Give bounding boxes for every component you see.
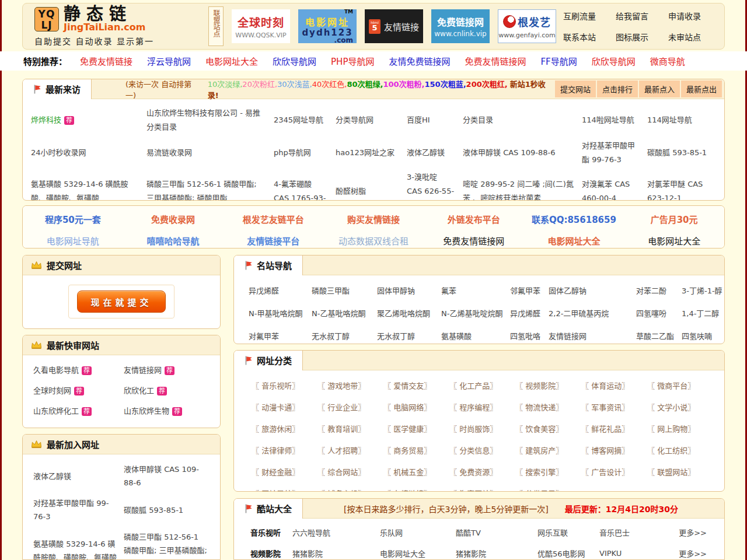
recommend-link[interactable]: 电影网址大全 [205,55,258,67]
category-link[interactable]: 〖 微商平台〗 [647,380,713,391]
site-link[interactable]: 四氢呋喃 [682,330,724,341]
site-link[interactable]: 对苯二酚 [636,285,682,296]
category-link[interactable]: 〖 教育培训〗 [317,423,383,434]
category-link[interactable]: 〖 免费资源〗 [449,466,515,477]
site-link[interactable]: 氨基磺酸 [441,330,510,341]
site-link[interactable]: 全球时刻网荐 [33,384,124,397]
recommend-link[interactable]: 浮云导航网 [147,55,191,67]
logo-block[interactable]: YQLJ 静态链 JingTaiLian.com 自助提交 自动收录 显示第一 [34,6,169,47]
site-link[interactable]: 氨基磺酸 5329-14-6 磺酰胺酸、磺酸胺、氨磺酸 [31,170,146,201]
site-link[interactable]: 磷酸三甲酯 512-56-1 磷酸甲酯; 三甲基磷酸酯; 磷酸甲酯 [146,170,274,201]
site-link[interactable]: 氨基磺酸 5329-14-6 磺酰胺酸、磺酸胺、氨磺酸 [33,537,124,560]
site-link[interactable]: 对羟基苯甲酸甲酯 99-76-3 [582,138,647,168]
submit-site-button[interactable]: 提交网站 [555,80,596,97]
ad-link[interactable]: 程序50元一套 [23,213,123,225]
site-link[interactable]: 六六啦导航 [292,527,380,538]
nav-link-traffic[interactable]: 互刷流量 [563,10,596,22]
cool-category-label[interactable]: 音乐视听 [250,527,292,538]
site-link[interactable]: 易流链收录网 [146,138,274,168]
nav-link-apply[interactable]: 申请收录 [668,10,701,22]
latest-out-button[interactable]: 最新点出 [681,80,722,97]
site-link[interactable]: 磷酸三甲酯 [312,285,377,296]
category-link[interactable]: 〖 文学小说〗 [647,401,713,412]
latest-in-button[interactable]: 最新点入 [639,80,680,97]
category-link[interactable]: 〖 视频影院〗 [515,380,581,391]
banner-youqing-link[interactable]: html5 友情链接 [365,9,423,43]
site-link[interactable]: 嘧啶 289-95-2 间二嗪 ;间(二)氮苯 、嘧啶核苷类抗菌素 [463,170,582,201]
category-link[interactable]: 〖 时尚服饰〗 [449,423,515,434]
site-link[interactable]: 液体甲醇镁 CAS 109-88-6 [463,138,582,168]
ad-link[interactable]: 嘻嘻哈哈导航 [123,235,224,247]
site-link[interactable]: 异戊烯醛 [249,285,312,296]
categories-tab[interactable]: 网址分类 [234,351,303,370]
site-link[interactable]: 114网址导航 [647,105,724,135]
site-link[interactable]: 固体乙醇钠 [549,285,636,296]
site-link[interactable]: 自动网站收录荐 [33,425,124,428]
recommend-link[interactable]: 友情免费链接网 [389,55,450,67]
category-link[interactable]: 〖 友情链接〗 [383,488,449,492]
site-link[interactable]: 24小时秒收录网 [31,138,146,168]
site-link[interactable]: 烨烨科技荐 [124,425,214,428]
category-link[interactable]: 〖 综合网站〗 [317,466,383,477]
site-link[interactable]: 液体乙醇镁 [407,138,463,168]
site-link[interactable]: 对羟基苯甲酸甲酯 99-76-3 [33,496,124,523]
site-link[interactable]: 碳酸胍 593-85-1 [647,138,724,168]
site-link[interactable]: 久看电影导航荐 [33,363,124,377]
site-link[interactable]: 3-丁烯-1-醇 [682,285,724,296]
ad-link[interactable]: 电影网址导航 [23,235,123,247]
category-link[interactable]: 〖 音乐视听〗 [252,380,317,391]
category-link[interactable]: 〖 域名主机〗 [317,488,383,492]
category-link[interactable]: 〖 网址导航〗 [252,488,317,492]
site-link[interactable]: 分类导航网 [336,105,407,135]
site-link[interactable]: 乐队网 [380,527,456,538]
site-link[interactable]: 音乐巴士 [599,527,678,538]
recommend-link[interactable]: 欣欣导航网 [273,55,316,67]
more-link[interactable]: 更多>> [678,527,724,538]
site-link[interactable]: 液体甲醇镁 CAS 109-88-6 [124,463,214,489]
category-link[interactable]: 〖 法律律师〗 [252,444,317,456]
recommend-link[interactable]: 免费友情链接网 [465,55,526,67]
category-link[interactable]: 〖 体育运动〗 [581,380,647,391]
banner-cnlink[interactable]: 免费链接网 www.cnlink.vip [431,9,490,43]
category-link[interactable]: 〖 淘客网站〗 [449,488,515,492]
site-link[interactable]: 3-溴吡啶 CAS 626-55-1 [407,170,463,201]
banner-qqsk[interactable]: 全球时刻 WWW.QQSK.VIP [232,9,290,43]
category-link[interactable]: 〖 电脑网络〗 [383,401,449,412]
category-link[interactable]: 〖 游戏地带〗 [317,380,383,391]
category-link[interactable]: 〖 广告设计〗 [581,466,647,477]
category-link[interactable]: 〖 机械五金〗 [383,466,449,477]
site-link[interactable]: 电影网址大全 [380,548,456,559]
site-link[interactable]: 磷酸三甲酯 512-56-1 磷酸甲酯; 三甲基磷酸酯; 磷酸甲酯 [124,530,214,560]
nav-link-pending[interactable]: 未审站点 [668,31,701,43]
ad-link[interactable]: 广告月30元 [624,213,724,225]
category-link[interactable]: 〖 博客网摘〗 [581,444,647,456]
site-link[interactable]: 山东欣烨化工荐 [33,404,124,418]
ad-link[interactable]: 免费收录网 [123,213,224,225]
category-link[interactable]: 〖 军事资讯〗 [581,401,647,412]
category-link[interactable]: 〖 商务贸易〗 [383,444,449,456]
ad-link[interactable]: 联系QQ:85618659 [524,213,624,225]
recommend-link[interactable]: FF导航网 [540,55,577,67]
site-link[interactable]: 1,4-丁二醇 [682,307,724,318]
ad-link[interactable]: 外链发布平台 [424,213,524,225]
famous-sites-tab[interactable]: 名站导航 [234,256,303,275]
category-link[interactable]: 〖 化工纺织〗 [647,444,713,456]
category-link[interactable]: 〖 分类信息〗 [449,444,515,456]
category-link[interactable]: 〖 人才招聘〗 [317,444,383,456]
recommend-link[interactable]: 微商导航 [650,55,685,67]
category-link[interactable]: 〖 爱情交友〗 [383,380,449,391]
site-link[interactable]: 友情链接网 [549,330,636,341]
click-rank-button[interactable]: 点击排行 [597,80,638,97]
category-link[interactable]: 〖 物流快递〗 [515,401,581,412]
site-link[interactable]: 优酷56电影网 [537,548,599,559]
site-link[interactable]: 4-氟苯硼酸 CAS 1765-93- [274,170,336,201]
submit-now-button[interactable]: 现在就提交 [77,290,166,313]
site-link[interactable]: 烨烨科技荐 [31,105,146,135]
site-link[interactable]: 2,2-二甲硫基丙烷 [549,307,636,318]
site-link[interactable]: 聚乙烯吡咯烷酮 [377,307,441,318]
site-link[interactable]: N-甲基吡咯烷酮 [249,307,312,318]
site-link[interactable]: 猪猪影院 [456,548,537,559]
site-link[interactable]: 草酸二乙酯 [636,330,682,341]
site-link[interactable]: 对溴氟苯 CAS 460-00-4 [582,170,647,201]
site-link[interactable]: 四氢噻吩 [636,307,682,318]
